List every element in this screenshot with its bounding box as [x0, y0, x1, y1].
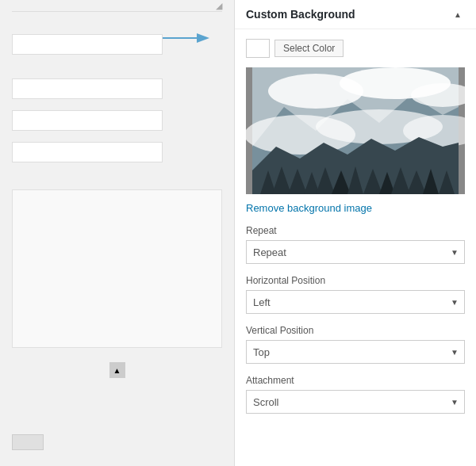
attachment-label: Attachment: [246, 375, 465, 386]
left-input-2[interactable]: [12, 110, 163, 131]
repeat-label: Repeat: [246, 225, 465, 236]
attachment-select-wrapper: Scroll Fixed: [246, 390, 465, 414]
horizontal-position-label: Horizontal Position: [246, 275, 465, 286]
repeat-select[interactable]: No Repeat Repeat Repeat Horizontally Rep…: [246, 240, 465, 264]
left-content-area: [12, 189, 222, 348]
input-row-3: [12, 142, 222, 162]
color-swatch[interactable]: [246, 39, 270, 58]
scroll-up-button[interactable]: ▲: [109, 362, 125, 378]
attachment-field-group: Attachment Scroll Fixed: [246, 375, 465, 414]
attachment-select[interactable]: Scroll Fixed: [246, 390, 465, 414]
select-color-row: Select Color: [246, 39, 465, 58]
right-panel: Custom Background ▲ Select Color: [234, 0, 476, 466]
left-bottom-bar: [12, 434, 44, 450]
repeat-field-group: Repeat No Repeat Repeat Repeat Horizonta…: [246, 225, 465, 264]
left-input-1[interactable]: [12, 78, 163, 99]
panel-header: Custom Background ▲: [235, 0, 476, 29]
left-panel: ◢ ▲: [0, 0, 234, 466]
left-input-3[interactable]: [12, 142, 163, 162]
vertical-position-label: Vertical Position: [246, 325, 465, 336]
panel-collapse-button[interactable]: ▲: [451, 9, 465, 21]
remove-background-link[interactable]: Remove background image: [246, 202, 465, 214]
left-input-arrow[interactable]: [12, 34, 163, 55]
panel-title: Custom Background: [246, 8, 355, 21]
background-image: [246, 67, 465, 194]
vertical-position-select[interactable]: Top Center Bottom: [246, 340, 465, 364]
panel-body: Select Color: [235, 29, 476, 434]
repeat-select-wrapper: No Repeat Repeat Repeat Horizontally Rep…: [246, 240, 465, 264]
horizontal-position-field-group: Horizontal Position Left Center Right: [246, 275, 465, 314]
horizontal-position-select-wrapper: Left Center Right: [246, 290, 465, 314]
select-color-button[interactable]: Select Color: [274, 40, 344, 57]
mountain-svg: [246, 67, 465, 194]
input-row-2: [12, 110, 222, 131]
vertical-position-field-group: Vertical Position Top Center Bottom: [246, 325, 465, 364]
input-row-1: [12, 78, 222, 99]
vertical-position-select-wrapper: Top Center Bottom: [246, 340, 465, 364]
horizontal-position-select[interactable]: Left Center Right: [246, 290, 465, 314]
